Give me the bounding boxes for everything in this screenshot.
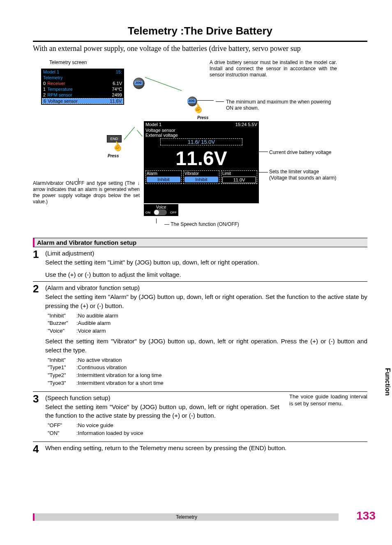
s2l2v3: :Intermittent vibration for a short time [76,379,367,387]
annot-alarm: Alarm/vibrator ON/OFF and type setting (… [33,180,140,205]
label-telemetry-screen: Telemetry screen [49,60,87,66]
step-1-head: (Limit adjustment) [45,250,94,257]
step-1-num: 1 [33,249,45,279]
press-label-end: Press [108,154,119,158]
section-header: Alarm and Vibrator function setup [33,238,367,247]
s3l1v1: :Information loaded by voice [76,430,279,437]
step-1: 1 (Limit adjustment) Select the setting … [33,249,367,282]
s3l1k1: "ON" [48,430,76,437]
s2l2k2: "Type2" [48,372,76,379]
voice-toggle[interactable] [154,209,167,215]
page-number: 133 [356,509,376,522]
big-main-value: 11.6V [144,146,259,170]
row2l: RPM sensor [47,92,72,97]
step-3-num: 3 [33,393,45,439]
s2l1k1: "Buzzer" [48,320,76,327]
idx1: 1 [43,87,46,92]
step-3-list1: "OFF":No voice guide "ON":Information lo… [48,422,279,437]
idx0: 0 [43,81,46,86]
side-tab-function: Function [383,366,392,398]
annot-current: Current drive battery voltage [269,149,351,156]
row0r: 6.1V [113,81,122,86]
s2l2v0: :No active vibration [76,356,367,364]
col-alarm-hdr: Alarm [147,171,180,176]
step-1-p2: Use the (+) or (-) button to adjust the … [45,271,181,278]
step-2-p1: Select the setting item "Alarm" by (JOG)… [45,293,367,309]
voice-on: ON [145,211,150,214]
s2l1v2: :Voice alarm [76,327,367,335]
step-1-p1: Select the setting item "Limit" by (JOG)… [45,259,259,266]
step-2-list1: "Inhibit":No audible alarm "Buzzer":Audi… [48,312,367,336]
s2l2v2: :Intermittent vibration for a long time [76,372,367,379]
footer-label: Telemetry [33,513,339,521]
idx2: 2 [43,92,46,97]
voice-label: Voice [145,205,177,209]
page-title: Telemetry :The Drive Battery [33,25,367,37]
row3r: 11.6V [110,99,122,103]
step-4: 4 When ending setting, return to the Tel… [33,444,367,457]
intro-text: With an external power supply, one volta… [33,44,367,53]
annot-sensor: A drive bsttery sensor must be installed… [210,60,337,78]
step-4-num: 4 [33,444,45,454]
big-top-left: Model 1 [145,122,161,127]
row1l: Temperature [47,87,73,92]
big-top-right: 15:24 5.5V [235,122,257,127]
s2l1k2: "Voice" [48,327,76,335]
jog-label-1: JOG [134,81,143,85]
figure-area: Telemetry screen Model 1 15: Telemetry 0… [33,61,367,234]
idx3: 6 [44,99,46,103]
step-2-head: (Alarm and vibrator function setup) [45,284,140,291]
voice-off: OFF [170,211,177,214]
annot-limit1: Sets the limiter voltage [269,169,319,175]
s2l2k0: "Inhibit" [48,356,76,364]
step-4-p1: When ending setting, return to the Telem… [45,444,287,451]
big-line2a: Voltage sensor [145,128,257,133]
val-limit[interactable]: 11.0V [222,177,256,183]
small-telemetry-screen: Model 1 15: Telemetry 0Receiver6.1V 1Tem… [41,69,124,105]
step-3-p1: Select the setting item "Voice" by (JOG)… [45,403,279,419]
row3l: Voltage sensor [48,99,78,103]
title-rule [33,41,367,42]
col-vibrator-hdr: Vibrator [184,171,218,176]
step-3-head: (Speech function setup) [45,394,110,401]
step-2-p2: Select the setting item "Vibrator" by (J… [45,338,367,354]
steps-container: 1 (Limit adjustment) Select the setting … [33,249,367,457]
small-title: Telemetry [43,75,63,80]
annot-speech: — The Speech function (ON/OFF) [164,221,239,228]
small-hdr-left: Model 1 [43,69,59,74]
s2l1v1: :Audible alarm [76,320,367,327]
big-sub-value: 11.6/ 15.0V [160,138,242,145]
press-label-jog: Press [197,115,208,120]
step-3: 3 (Speech function setup) Select the set… [33,393,367,442]
small-hdr-right: 15: [116,69,122,74]
s3l1k0: "OFF" [48,422,76,430]
step-2-num: 2 [33,283,45,389]
annot-minmax: The minimum and maximum the when powerin… [226,99,337,111]
big-line2b: External voltage [145,133,257,138]
footer: Telemetry 133 [0,513,392,521]
s2l2k3: "Tyoe3" [48,379,76,387]
step-2: 2 (Alarm and vibrator function setup) Se… [33,283,367,392]
row2r: 2499 [112,92,122,97]
row1r: 74°C [112,87,122,92]
s2l1k0: "Inhibit" [48,312,76,320]
s2l2v1: :Continuous vibration [76,364,367,372]
s2l2k1: "Type1" [48,364,76,372]
col-limit-hdr: Limit [222,171,256,176]
row0l: Receiver [47,81,65,86]
annot-limit2: (Voltage that sounds an alarm) [269,175,336,181]
jog-label-2: JOG [187,99,196,103]
s2l1v0: :No audible alarm [76,312,367,320]
s3l1v0: :No voice guide [76,422,279,430]
step-3-side-note: The voice guide loading interval is set … [289,393,367,439]
val-vibrator[interactable]: Inhibit [184,177,218,182]
val-alarm[interactable]: Inhibit [147,177,180,182]
voltage-sensor-screen: Model 1 15:24 5.5V Voltage sensor Extern… [144,121,259,203]
step-2-list2: "Inhibit":No active vibration "Type1":Co… [48,356,367,387]
